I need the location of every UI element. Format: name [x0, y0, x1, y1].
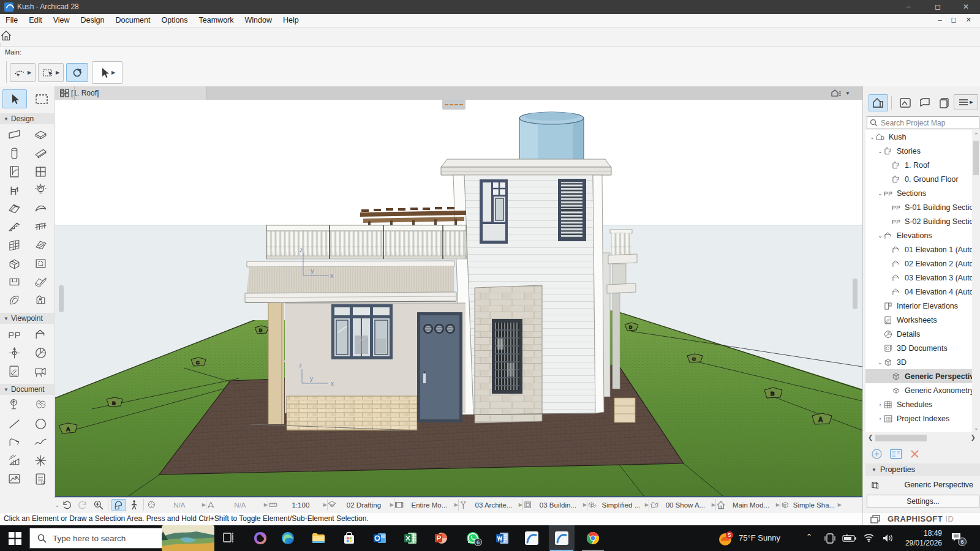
viewport-3d[interactable]: A B C D D C B A	[55, 100, 862, 497]
taskbar-app-archicad-active[interactable]	[554, 531, 569, 545]
toolbar-drag-handle[interactable]	[6, 61, 7, 83]
status-n-a[interactable]: N/A▶	[147, 498, 206, 512]
tool-door[interactable]	[4, 163, 24, 179]
phone-link-icon[interactable]	[824, 533, 835, 544]
taskbar-app-edge[interactable]	[281, 531, 295, 545]
speaker-icon[interactable]	[882, 533, 894, 543]
menu-file[interactable]: File	[0, 14, 23, 26]
add-view-button[interactable]	[872, 449, 882, 459]
taskbar-app-explorer[interactable]	[311, 531, 326, 545]
tool-drawing[interactable]	[30, 471, 51, 487]
weather-icon[interactable]: 5	[718, 531, 734, 547]
tree-item-interior-elevations[interactable]: Interior Elevations	[865, 299, 972, 313]
tool-worksheet[interactable]	[4, 363, 24, 379]
publisher-button[interactable]	[936, 96, 953, 110]
toolbox-section-viewpoint[interactable]: ▼Viewpoint	[0, 313, 55, 324]
tree-item-project-indexes[interactable]: ›Project Indexes	[865, 411, 972, 425]
toolbox-section-design[interactable]: ▼Design	[0, 113, 55, 124]
arrow-select-tool[interactable]	[2, 89, 27, 108]
tree-item-schedules[interactable]: ›Schedules	[865, 397, 972, 411]
redo-view-button[interactable]	[77, 500, 88, 511]
status-main-mod-[interactable]: Main Mod...▶	[716, 498, 780, 512]
tree-item-3d[interactable]: ⌄3D	[865, 355, 972, 369]
menu-view[interactable]: View	[48, 14, 75, 26]
tool-hotspot[interactable]	[30, 452, 51, 468]
menu-help[interactable]: Help	[277, 14, 304, 26]
tab-list-dropdown[interactable]: ▼	[818, 86, 862, 100]
tool-spline[interactable]	[30, 434, 51, 450]
battery-icon[interactable]	[842, 534, 857, 542]
taskbar-app-powerpoint[interactable]	[434, 531, 448, 545]
tool-morph[interactable]	[4, 255, 24, 271]
tool-object[interactable]	[4, 182, 24, 198]
graphisoft-id-bar[interactable]: GRAPHISOFT ID	[862, 512, 980, 525]
tree-item-stories[interactable]: ⌄Stories	[865, 144, 972, 158]
minimize-button[interactable]: –	[898, 0, 919, 14]
tool-shell[interactable]	[30, 200, 51, 216]
maximize-button[interactable]: ◻	[927, 0, 948, 14]
taskbar-app-copilot[interactable]	[253, 531, 268, 545]
tool-slab[interactable]	[30, 127, 51, 143]
tool-zone[interactable]	[30, 292, 51, 308]
taskbar-app-store[interactable]	[342, 531, 356, 545]
tree-item-elevations[interactable]: ⌄Elevations	[865, 228, 972, 242]
tray-expand-icon[interactable]: ⌃	[806, 533, 812, 541]
tree-item-03-elevation-3-auto[interactable]: 03 Elevation 3 (Auto	[865, 271, 972, 285]
delete-view-button[interactable]	[910, 449, 920, 459]
taskbar-app-chrome[interactable]	[586, 531, 600, 545]
tool-railing[interactable]	[30, 219, 51, 234]
tree-item-generic-axonometry[interactable]: Generic Axonometry	[865, 383, 972, 397]
orbit-button[interactable]	[66, 63, 88, 82]
quick-options-icon[interactable]	[55, 86, 75, 100]
tool-curtain-wall[interactable]	[4, 237, 24, 253]
tree-item-0-ground-floor[interactable]: 0. Ground Floor	[865, 172, 972, 186]
status-n-a[interactable]: N/A▶	[206, 498, 268, 512]
tab-1-roof[interactable]: [1. Roof]	[55, 86, 206, 100]
view-map-button[interactable]	[897, 96, 914, 110]
status-1-100[interactable]: 1:100▶	[268, 498, 327, 512]
search-project-map[interactable]: Search Project Map	[867, 116, 979, 129]
status-simple-sha-[interactable]: Simple Sha...▶	[780, 498, 842, 512]
tree-item-kush[interactable]: ⌄Kush	[865, 130, 972, 144]
properties-header[interactable]: ▼Properties	[865, 463, 980, 476]
start-button[interactable]	[9, 532, 21, 545]
tree-item-02-elevation-2-auto[interactable]: 02 Elevation 2 (Auto	[865, 257, 972, 271]
menu-teamwork[interactable]: Teamwork	[194, 14, 239, 26]
taskbar-app-whatsapp[interactable]: 6	[466, 531, 480, 545]
status-entire-mo-[interactable]: Entire Mo...▶	[394, 498, 458, 512]
arrow-tool-button[interactable]: ▶	[92, 61, 123, 84]
status-03-buildin-[interactable]: 03 Buildin...▶	[523, 498, 587, 512]
tool-opening[interactable]	[30, 255, 51, 271]
tool-circle[interactable]	[30, 416, 51, 432]
tool-camera[interactable]	[30, 363, 51, 379]
tool-mesh[interactable]	[30, 274, 51, 290]
tool-window[interactable]	[30, 163, 51, 179]
status-00-show-a-[interactable]: 00 Show A...▶	[649, 498, 715, 512]
home-button[interactable]	[0, 28, 980, 43]
menu-edit[interactable]: Edit	[23, 14, 48, 26]
tool-wall[interactable]	[4, 127, 24, 143]
left-panel-handle[interactable]	[59, 285, 64, 312]
tool-lamp[interactable]	[30, 182, 51, 198]
select-marquee-button[interactable]: ▶	[38, 63, 64, 82]
tree-item-sections[interactable]: ⌄Sections	[865, 186, 972, 200]
tool-column[interactable]	[4, 145, 24, 161]
tree-item-3d-documents[interactable]: 3D Documents	[865, 341, 972, 355]
marquee-tool[interactable]	[29, 89, 54, 108]
tree-item-details[interactable]: Details	[865, 327, 972, 341]
taskbar-app-taskview[interactable]	[222, 531, 236, 545]
tool-elevation[interactable]	[30, 326, 51, 342]
select-lasso-button[interactable]: ▶	[10, 63, 36, 82]
taskbar-app-outlook[interactable]	[372, 531, 387, 545]
tool-section[interactable]	[4, 326, 24, 342]
tool-roof[interactable]	[4, 200, 24, 216]
menu-options[interactable]: Options	[156, 14, 193, 26]
menu-design[interactable]: Design	[75, 14, 110, 26]
walk-button[interactable]	[129, 500, 140, 511]
settings-button[interactable]: Settings...	[867, 495, 979, 508]
status-03-archite-[interactable]: 03 Archite...▶	[459, 498, 522, 512]
tool-polyline[interactable]	[4, 434, 24, 450]
locate-view-button[interactable]	[93, 500, 104, 511]
tree-vertical-scrollbar[interactable]: ⌃ ⌄	[972, 130, 980, 432]
tool-detail[interactable]	[30, 345, 51, 361]
